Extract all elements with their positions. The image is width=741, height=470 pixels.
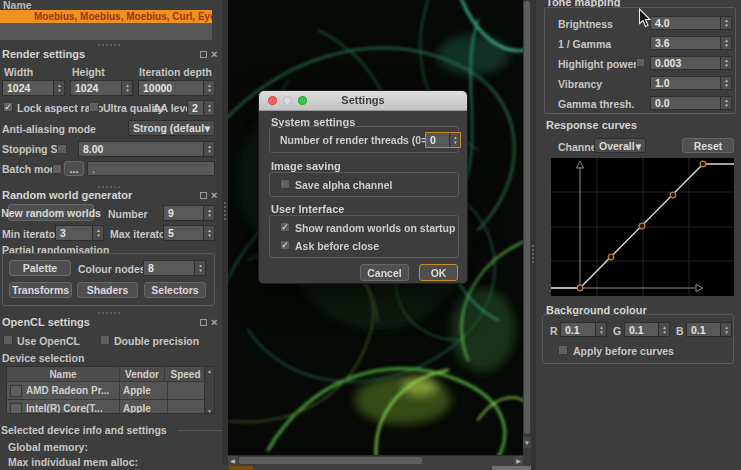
double-precision-checkbox[interactable]: [100, 335, 110, 345]
status-spinner-fragment[interactable]: [492, 466, 531, 470]
flame-list-selected-row[interactable]: Moebius, Moebius, Moebius, Curl, Eyefish…: [0, 10, 212, 23]
reset-curves-button[interactable]: Reset: [682, 138, 734, 153]
spinner-arrows-icon[interactable]: ▲▼: [203, 101, 214, 115]
dock-drag-handle[interactable]: [98, 186, 120, 188]
table-row[interactable]: AMD Radeon Pr... Apple: [7, 382, 214, 400]
dock-drag-handle[interactable]: [98, 44, 120, 46]
aa-mode-select[interactable]: Strong (default) ▾: [128, 120, 215, 136]
curve-control-point[interactable]: [670, 192, 676, 198]
max-iterators-spinner[interactable]: 5 ▲▼: [163, 225, 215, 241]
spinner-arrows-icon[interactable]: ▲▼: [203, 206, 214, 220]
render-threads-spinner[interactable]: 0 ▲▼: [425, 132, 461, 148]
scroll-down-icon[interactable]: ▼: [523, 437, 531, 448]
gamma-thresh-spinner[interactable]: 0.0 ▲▼: [650, 96, 732, 110]
table-row[interactable]: Intel(R) Core(T... Apple: [7, 400, 214, 414]
curve-control-point[interactable]: [700, 161, 706, 167]
apply-before-curves-checkbox[interactable]: [558, 345, 568, 355]
selectors-button[interactable]: Selectors: [144, 282, 206, 298]
lock-aspect-checkbox[interactable]: ✓: [3, 102, 13, 112]
width-spinner[interactable]: 1024 ▲▼: [2, 80, 65, 96]
scroll-left-icon[interactable]: ◀: [228, 456, 237, 465]
batch-mode-checkbox[interactable]: [52, 164, 62, 174]
gamma-spinner[interactable]: 3.6 ▲▼: [650, 36, 732, 50]
close-panel-icon[interactable]: ×: [211, 50, 217, 58]
column-header-name[interactable]: Name: [7, 367, 120, 381]
canvas-horizontal-scrollbar[interactable]: ◀ ▶: [228, 455, 523, 465]
device-checkbox[interactable]: [10, 403, 22, 415]
canvas-vertical-scrollbar[interactable]: ▼: [523, 0, 531, 455]
cancel-button[interactable]: Cancel: [360, 264, 409, 281]
min-iterators-spinner[interactable]: 3 ▲▼: [55, 225, 104, 241]
stopping-sl-checkbox[interactable]: [57, 144, 67, 154]
aa-level-spinner[interactable]: 2 ▲▼: [187, 100, 215, 116]
stopping-sl-spinner[interactable]: 8.00 ▲▼: [78, 141, 215, 157]
curve-control-point[interactable]: [608, 254, 614, 260]
spinner-arrows-icon[interactable]: ▲▼: [658, 323, 669, 336]
height-spinner[interactable]: 1024 ▲▼: [70, 80, 133, 96]
scroll-up-icon[interactable]: ▲: [207, 368, 212, 374]
palette-preview-swatch[interactable]: [229, 466, 253, 470]
green-spinner[interactable]: 0.1 ▲▼: [624, 322, 670, 337]
use-opencl-checkbox[interactable]: [3, 335, 13, 345]
curve-control-point[interactable]: [577, 285, 583, 291]
ok-button[interactable]: OK: [419, 264, 458, 281]
close-panel-icon[interactable]: ×: [211, 191, 217, 199]
ultra-quality-checkbox[interactable]: [89, 102, 99, 112]
vibrancy-spinner[interactable]: 1.0 ▲▼: [650, 76, 732, 90]
spinner-arrows-icon[interactable]: ▲▼: [203, 226, 214, 240]
number-spinner[interactable]: 9 ▲▼: [163, 205, 215, 221]
float-panel-icon[interactable]: [200, 192, 207, 199]
red-spinner[interactable]: 0.1 ▲▼: [560, 322, 607, 337]
transforms-button[interactable]: Transforms: [9, 282, 72, 298]
spinner-arrows-icon[interactable]: ▲▼: [595, 323, 606, 336]
spinner-arrows-icon[interactable]: ▲▼: [92, 226, 103, 240]
batch-path-field[interactable]: .: [87, 161, 215, 176]
dock-drag-handle[interactable]: [98, 312, 120, 314]
spinner-arrows-icon[interactable]: ▲▼: [121, 81, 132, 95]
new-random-worlds-button[interactable]: New random worlds: [8, 204, 94, 221]
blue-spinner[interactable]: 0.1 ▲▼: [686, 322, 732, 337]
scroll-right-icon[interactable]: ▶: [514, 456, 523, 465]
close-panel-icon[interactable]: ×: [211, 318, 217, 326]
column-header-speed[interactable]: Speed: [165, 367, 207, 381]
spinner-arrows-icon[interactable]: ▲▼: [720, 77, 731, 89]
highlight-power-checkbox[interactable]: [636, 58, 645, 67]
scrollbar-thumb[interactable]: [524, 1, 530, 434]
channel-select[interactable]: Overall ▾: [594, 138, 646, 153]
settings-dialog[interactable]: Settings System settings Number of rende…: [258, 90, 468, 284]
batch-browse-button[interactable]: ...: [64, 161, 84, 176]
spinner-arrows-icon[interactable]: ▲▼: [203, 81, 214, 95]
device-checkbox[interactable]: [10, 385, 22, 397]
palette-button[interactable]: Palette: [9, 260, 71, 276]
shaders-button[interactable]: Shaders: [77, 282, 138, 298]
curve-control-point[interactable]: [639, 223, 645, 229]
spinner-arrows-icon[interactable]: ▲▼: [720, 37, 731, 49]
spinner-arrows-icon[interactable]: ▲▼: [720, 97, 731, 109]
curve-editor[interactable]: [551, 158, 734, 296]
spinner-arrows-icon[interactable]: ▲▼: [720, 17, 731, 29]
spinner-arrows-icon[interactable]: ▲▼: [449, 133, 460, 147]
response-curve-plot[interactable]: [551, 158, 734, 296]
spinner-arrows-icon[interactable]: ▲▼: [720, 323, 731, 336]
spinner-arrows-icon[interactable]: ▲▼: [194, 261, 205, 275]
float-panel-icon[interactable]: [200, 51, 207, 58]
colour-nodes-spinner[interactable]: 8 ▲▼: [143, 260, 206, 276]
splitter-handle[interactable]: [224, 202, 226, 220]
device-table[interactable]: Name Vendor Speed AMD Radeon Pr... Apple…: [6, 366, 215, 414]
ask-before-close-checkbox[interactable]: ✓: [280, 240, 290, 250]
show-random-checkbox[interactable]: ✓: [280, 222, 290, 232]
float-panel-icon[interactable]: [200, 319, 207, 326]
spinner-arrows-icon[interactable]: ▲▼: [53, 81, 64, 95]
spinner-arrows-icon[interactable]: ▲▼: [720, 57, 731, 69]
table-scrollbar[interactable]: ▲ ▼: [204, 367, 214, 414]
scrollbar-thumb[interactable]: [239, 457, 422, 464]
save-alpha-checkbox[interactable]: [280, 179, 290, 189]
iteration-depth-spinner[interactable]: 10000 ▲▼: [138, 80, 215, 96]
brightness-spinner[interactable]: 4.0 ▲▼: [650, 16, 732, 30]
flame-list[interactable]: Moebius, Moebius, Moebius, Curl, Eyefish…: [0, 10, 212, 40]
splitter-handle[interactable]: [532, 245, 534, 263]
column-header-vendor[interactable]: Vendor: [120, 367, 165, 381]
highlight-power-spinner[interactable]: 0.003 ▲▼: [650, 56, 732, 70]
dialog-titlebar[interactable]: Settings: [259, 91, 467, 111]
spinner-arrows-icon[interactable]: ▲▼: [203, 142, 214, 156]
